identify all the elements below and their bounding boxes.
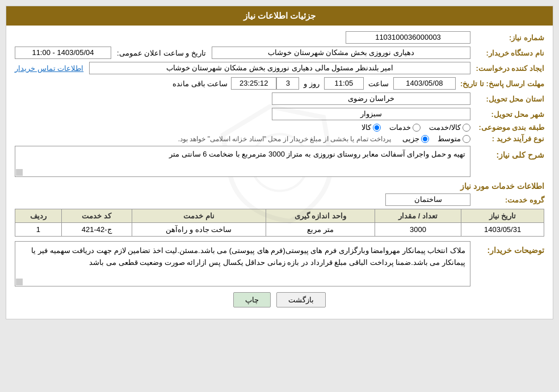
noe-farayand-label: نوع فرآیند خرید : [470, 134, 544, 143]
col-nam-khadamat: نام خدمت [132, 209, 266, 223]
nam-dastgah-label: نام دستگاه خریدار: [470, 49, 544, 57]
saat-value: 11:05 [324, 77, 364, 90]
radio-kala-label: کالا [362, 123, 371, 132]
grohe-khadamat-row: گروه خدمت: ساختمان [15, 193, 544, 206]
grohe-khadamat-label: گروه خدمت: [470, 196, 544, 204]
radio-kala-input[interactable] [373, 124, 381, 132]
ijad-konande-value: امیر بلندنظر مسئول مالی دهیاری نوروزی بخ… [89, 62, 470, 74]
col-tedaad: تعداد / مقدار [375, 209, 461, 223]
table-body: 1403/05/31 3000 متر مربع ساخت جاده و راه… [15, 223, 544, 237]
col-vahed: واحد اندازه گیری [266, 209, 375, 223]
grohe-khadamat-value: ساختمان [385, 193, 470, 206]
ijad-konande-label: ایجاد کننده درخواست: [470, 64, 544, 73]
ostan-value: خراسان رضوی [272, 92, 470, 105]
col-tarikh-niaz: تاریخ نیاز [461, 209, 544, 223]
mohlat-label: مهلت ارسال پاسخ: تا تاریخ: [456, 79, 544, 88]
content-wrapper: شماره نیاز: 1103100036000003 نام دستگاه … [15, 31, 544, 307]
cell-tarikh: 1403/05/31 [461, 223, 544, 237]
tabaqe-row: طبقه بندی موضوعی: کالا/خدمت خدمات کالا [15, 123, 544, 132]
radio-kala-khadamat-label: کالا/خدمت [429, 123, 461, 132]
roz-value: 3 [276, 77, 299, 90]
sharh-container: تهیه و حمل واجرای آسفالت معابر روستای نو… [15, 146, 470, 177]
radio-motavaset-input[interactable] [463, 135, 470, 143]
note-row: توضیحات خریدار: ملاک انتخاب پیمانکار مهر… [15, 241, 544, 286]
shahr-row: شهر محل تحویل: سبزوار [15, 108, 544, 120]
radio-jozii-label: جزیی [402, 134, 419, 143]
page-container: جزئیات اطلاعات نیاز شماره نیاز: 11031000… [6, 6, 553, 319]
note-label: توضیحات خریدار: [470, 246, 544, 255]
table-header-row: تاریخ نیاز تعداد / مقدار واحد اندازه گیر… [15, 209, 544, 223]
sharh-row: شرح کلی نیاز: تهیه و حمل واجرای آسفالت م… [15, 146, 544, 177]
shahr-value: سبزوار [272, 108, 470, 120]
back-button[interactable]: بازگشت [276, 292, 326, 307]
noe-farayand-row: نوع فرآیند خرید : متوسط جزیی پرداخت تمام… [15, 134, 544, 143]
shomare-niaz-label: شماره نیاز: [470, 33, 544, 42]
mohlat-row: مهلت ارسال پاسخ: تا تاریخ: 1403/05/08 سا… [15, 77, 544, 90]
radio-motavaset-label: متوسط [438, 134, 461, 143]
saat-mande-label: ساعت باقی مانده [173, 79, 228, 88]
radio-motavaset[interactable]: متوسط [438, 134, 470, 143]
shomare-niaz-value: 1103100036000003 [346, 31, 470, 44]
tabaqe-radio-group: کالا/خدمت خدمات کالا [362, 123, 470, 132]
radio-jozii-input[interactable] [421, 135, 429, 143]
mohlat-date-value: 1403/05/08 [393, 77, 456, 90]
radio-khadamat[interactable]: خدمات [389, 123, 421, 132]
page-header: جزئیات اطلاعات نیاز [6, 6, 553, 26]
sharh-value: تهیه و حمل واجرای آسفالت معابر روستای نو… [15, 146, 470, 177]
sharh-resize-handle[interactable] [16, 169, 23, 176]
nam-dastgah-value: دهیاری نوروزی بخش مشکان شهرستان خوشاب [212, 47, 470, 59]
roz-label: روز و [304, 79, 320, 88]
radio-kala[interactable]: کالا [362, 123, 381, 132]
ijad-konande-row: ایجاد کننده درخواست: امیر بلندنظر مسئول … [15, 62, 544, 74]
sharh-label: شرح کلی نیاز: [470, 150, 544, 159]
cell-tedaad: 3000 [375, 223, 461, 237]
table-row: 1403/05/31 3000 متر مربع ساخت جاده و راه… [15, 223, 544, 237]
shomare-niaz-row: شماره نیاز: 1103100036000003 [15, 31, 544, 44]
note-container: ملاک انتخاب پیمانکار مهروامضا وبارگزاری … [15, 241, 470, 286]
tarikh-aelan-value: 1403/05/04 - 11:00 [15, 47, 111, 59]
tabaqe-label: طبقه بندی موضوعی: [470, 123, 544, 132]
khadamat-section-title: اطلاعات خدمات مورد نیاز [15, 182, 544, 191]
radio-kala-khadamat-input[interactable] [463, 124, 470, 132]
ettelaat-tamas-link[interactable]: اطلاعات تماس خریدار [15, 64, 83, 73]
description-text: پرداخت تمام یا بخشی از مبلغ خریدار از مح… [178, 135, 391, 143]
tarikh-aelan-label: تاریخ و ساعت اعلان عمومی: [117, 49, 206, 57]
cell-vahed: متر مربع [266, 223, 375, 237]
page-title: جزئیات اطلاعات نیاز [243, 11, 316, 20]
radio-kala-khadamat[interactable]: کالا/خدمت [429, 123, 470, 132]
radio-jozii[interactable]: جزیی [402, 134, 429, 143]
time-remaining-value: 23:25:12 [231, 77, 276, 90]
col-kod-khadamat: کد خدمت [61, 209, 132, 223]
noe-farayand-radio-group: متوسط جزیی [402, 134, 470, 143]
note-value: ملاک انتخاب پیمانکار مهروامضا وبارگزاری … [15, 241, 470, 286]
radio-khadamat-input[interactable] [413, 124, 421, 132]
col-radif: ردیف [15, 209, 62, 223]
print-button[interactable]: چاپ [233, 292, 271, 307]
radio-khadamat-label: خدمات [389, 123, 411, 132]
table-header: تاریخ نیاز تعداد / مقدار واحد اندازه گیر… [15, 209, 544, 223]
cell-nam: ساخت جاده و راه‌آهن [132, 223, 266, 237]
ostan-label: استان محل تحویل: [470, 95, 544, 103]
ostan-row: استان محل تحویل: خراسان رضوی [15, 92, 544, 105]
services-table: تاریخ نیاز تعداد / مقدار واحد اندازه گیر… [15, 209, 544, 237]
content-area: شماره نیاز: 1103100036000003 نام دستگاه … [6, 26, 553, 319]
tarikh-row: نام دستگاه خریدار: دهیاری نوروزی بخش مشک… [15, 47, 544, 59]
note-resize-handle[interactable] [16, 279, 23, 285]
cell-radif: 1 [15, 223, 62, 237]
shahr-label: شهر محل تحویل: [470, 110, 544, 119]
button-row: بازگشت چاپ [15, 292, 544, 307]
cell-kod: ج-42-421 [61, 223, 132, 237]
saat-label: ساعت [368, 79, 389, 88]
